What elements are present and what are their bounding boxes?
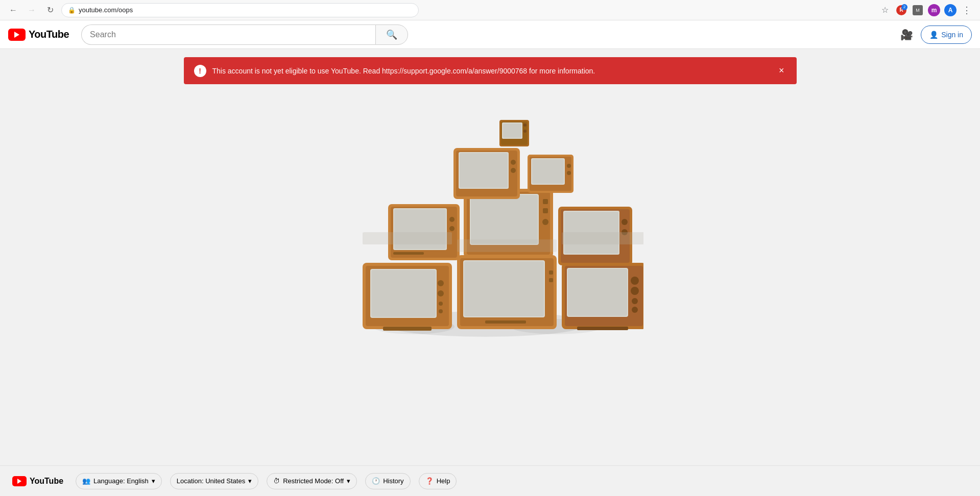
youtube-footer: YouTube 👥 Language: English ▾ Location: …: [0, 465, 980, 496]
svg-rect-51: [460, 153, 508, 188]
footer-logo-text: YouTube: [30, 477, 63, 486]
svg-rect-57: [532, 159, 564, 184]
history-button[interactable]: 🕐 History: [365, 473, 410, 489]
svg-point-24: [631, 287, 639, 295]
svg-rect-18: [549, 278, 553, 282]
svg-rect-6: [371, 270, 436, 317]
signin-button[interactable]: 👤 Sign in: [921, 26, 972, 44]
tv-stack-illustration: [337, 105, 643, 339]
browser-forward-button[interactable]: →: [25, 3, 39, 17]
lock-icon: 🔒: [68, 7, 76, 14]
footer-logo-icon: [12, 476, 27, 486]
alert-close-button[interactable]: ×: [777, 63, 786, 78]
signin-icon: 👤: [929, 31, 938, 39]
svg-point-25: [632, 298, 638, 304]
youtube-logo-text: YouTube: [29, 29, 69, 40]
svg-rect-66: [363, 232, 452, 244]
footer-logo: YouTube: [12, 476, 63, 486]
youtube-logo-icon: [8, 29, 26, 41]
history-icon: 🕐: [372, 477, 380, 485]
svg-point-53: [511, 168, 516, 173]
svg-point-33: [449, 226, 455, 231]
profile-m-avatar: m: [928, 4, 940, 16]
browser-url: youtube.com/oops: [79, 6, 133, 14]
svg-point-26: [632, 307, 638, 313]
youtube-logo[interactable]: YouTube: [8, 29, 69, 41]
svg-point-41: [542, 219, 548, 225]
content-area: ! This account is not yet eligible to us…: [184, 57, 797, 390]
svg-point-9: [439, 302, 443, 306]
alert-icon: !: [194, 65, 206, 77]
profile-a-avatar: A: [944, 4, 957, 16]
search-icon: 🔍: [386, 29, 397, 40]
browser-menu-button[interactable]: ⋮: [960, 3, 974, 17]
youtube-header: YouTube 🔍 🎥 👤 Sign in: [0, 20, 980, 49]
warning-icon: !: [199, 67, 201, 75]
browser-extension2-button[interactable]: M: [911, 3, 925, 17]
help-label: Help: [437, 477, 450, 485]
svg-rect-63: [503, 123, 521, 138]
svg-rect-15: [464, 261, 544, 316]
browser-right-icons: ☆ R 2 M m A ⋮: [878, 3, 974, 17]
camcorder-button[interactable]: 🎥: [896, 24, 917, 45]
location-chevron-icon: ▾: [248, 477, 252, 485]
language-chevron-icon: ▾: [152, 477, 155, 485]
alert-message: This account is not yet eligible to use …: [212, 67, 771, 75]
svg-rect-38: [471, 195, 538, 244]
svg-point-52: [511, 160, 516, 165]
svg-rect-22: [568, 269, 627, 316]
search-container: 🔍: [81, 24, 408, 45]
svg-rect-17: [549, 270, 553, 275]
history-label: History: [383, 477, 403, 485]
browser-chrome: ← → ↻ 🔒 youtube.com/oops ☆ R 2 M m A ⋮: [0, 0, 980, 20]
alert-banner: ! This account is not yet eligible to us…: [184, 57, 797, 84]
svg-point-8: [438, 290, 444, 296]
svg-rect-34: [393, 252, 424, 255]
svg-point-32: [449, 217, 455, 222]
header-right: 🎥 👤 Sign in: [896, 24, 972, 45]
restricted-mode-button[interactable]: ⏱ Restricted Mode: Off ▾: [267, 473, 357, 489]
svg-rect-16: [485, 320, 526, 324]
svg-rect-39: [543, 199, 548, 204]
location-label: Location: United States: [177, 477, 245, 485]
svg-point-7: [438, 280, 444, 286]
browser-bookmark-button[interactable]: ☆: [878, 3, 892, 17]
help-icon: ❓: [425, 477, 434, 485]
location-button[interactable]: Location: United States ▾: [170, 473, 258, 489]
browser-extension1-button[interactable]: R 2: [894, 3, 909, 17]
camcorder-icon: 🎥: [900, 29, 913, 41]
language-icon: 👥: [82, 477, 90, 485]
svg-point-64: [523, 123, 527, 127]
browser-profile-a-button[interactable]: A: [943, 3, 958, 17]
language-button[interactable]: 👥 Language: English ▾: [76, 473, 162, 489]
browser-profile-m-button[interactable]: m: [927, 3, 941, 17]
svg-rect-40: [543, 208, 548, 213]
search-input[interactable]: [81, 24, 375, 45]
browser-address-bar[interactable]: 🔒 youtube.com/oops: [61, 3, 419, 17]
svg-point-59: [567, 171, 571, 175]
main-content: [184, 84, 797, 390]
svg-rect-27: [577, 327, 628, 330]
svg-rect-68: [562, 232, 643, 244]
language-label: Language: English: [93, 477, 149, 485]
svg-point-58: [567, 164, 571, 168]
svg-point-10: [439, 309, 443, 313]
search-button[interactable]: 🔍: [375, 24, 408, 45]
browser-reload-button[interactable]: ↻: [43, 3, 57, 17]
help-button[interactable]: ❓ Help: [419, 473, 457, 489]
restricted-label: Restricted Mode: Off: [283, 477, 344, 485]
browser-back-button[interactable]: ←: [6, 3, 20, 17]
svg-point-23: [631, 277, 639, 285]
restricted-chevron-icon: ▾: [347, 477, 350, 485]
svg-rect-67: [457, 239, 557, 252]
svg-point-65: [523, 130, 527, 133]
tv-stack-svg: [337, 105, 643, 339]
svg-rect-11: [383, 327, 432, 331]
svg-point-46: [622, 219, 628, 225]
restricted-icon: ⏱: [273, 477, 280, 485]
signin-label: Sign in: [941, 31, 963, 39]
